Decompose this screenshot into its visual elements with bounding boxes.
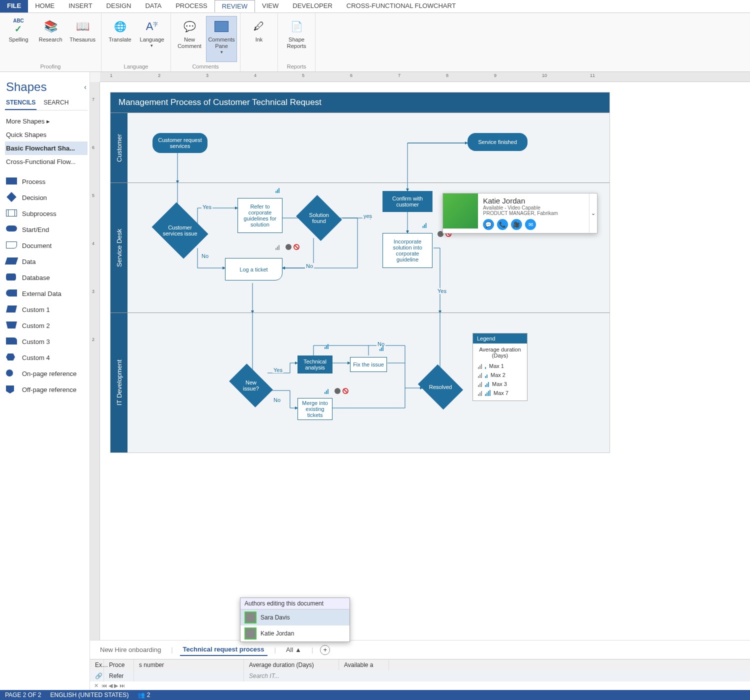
comments-pane-icon (214, 18, 230, 34)
shape-database[interactable]: Database (5, 270, 88, 286)
node-log-ticket[interactable]: Log a ticket (225, 258, 282, 280)
stencil-link[interactable]: Basic Flowchart Sha... (5, 142, 88, 155)
page-tab[interactable]: New Hire onboarding (97, 644, 164, 656)
add-page-button[interactable]: + (320, 645, 330, 655)
node-customer-request[interactable]: Customer request services (152, 133, 208, 153)
status-language[interactable]: ENGLISH (UNITED STATES) (50, 692, 128, 698)
col-header[interactable]: Average duration (Days) (244, 660, 339, 670)
contact-card[interactable]: Katie Jordan Available - Video Capable P… (442, 193, 598, 234)
tab-review[interactable]: REVIEW (214, 0, 255, 12)
shape-custom-2[interactable]: Custom 2 (5, 318, 88, 334)
data-indicator-icon (276, 187, 280, 194)
shape-icon (6, 194, 17, 202)
contact-name: Katie Jordan (483, 196, 584, 205)
avatar (443, 194, 478, 228)
shape-data[interactable]: Data (5, 254, 88, 270)
legend-row: Max 1 (478, 362, 522, 370)
chat-icon[interactable]: 💬 (483, 219, 494, 230)
stencil-link[interactable]: Quick Shapes (5, 128, 88, 142)
cell: Refer (104, 670, 134, 682)
node-incorporate[interactable]: Incorporate solution into corporate guid… (382, 233, 432, 268)
shape-icon (6, 306, 17, 314)
coauthor-blocked-icon (324, 387, 348, 394)
node-service-finished[interactable]: Service finished (468, 133, 528, 151)
comments-pane-button[interactable]: Comments Pane▾ (206, 16, 237, 62)
new-comment-button[interactable]: 💬New Comment (174, 16, 205, 62)
research-button[interactable]: 📚Research (35, 16, 66, 62)
tab-insert[interactable]: INSERT (62, 0, 99, 12)
author-row[interactable]: Sara Davis (240, 610, 350, 626)
contact-status: Available - Video Capable (483, 205, 584, 210)
translate-button[interactable]: 🌐Translate (104, 16, 136, 62)
ink-icon: 🖊 (251, 18, 267, 34)
shape-process[interactable]: Process (5, 174, 88, 190)
stencil-link[interactable]: Cross-Functional Flow... (5, 155, 88, 168)
shape-decision[interactable]: Decision (5, 190, 88, 206)
shape-custom-1[interactable]: Custom 1 (5, 302, 88, 318)
collapse-icon[interactable]: ‹ (84, 83, 86, 91)
shapes-tab-stencils[interactable]: STENCILS (5, 96, 36, 110)
col-header[interactable]: Proce (104, 660, 134, 670)
language-icon: A字 (144, 18, 160, 34)
legend-caption: Average duration (Days) (478, 346, 522, 358)
external-data-grid[interactable]: Ex… Proce s number Average duration (Day… (90, 659, 750, 690)
author-row[interactable]: Katie Jordan (240, 626, 350, 642)
shape-custom-4[interactable]: Custom 4 (5, 350, 88, 366)
node-merge-tickets[interactable]: Merge into existing tickets (298, 398, 332, 420)
lane-it-development: IT Development (110, 313, 128, 452)
mail-icon[interactable]: ✉ (525, 219, 536, 230)
col-header[interactable]: s number (134, 660, 244, 670)
node-solution-found[interactable]: Solution found (302, 203, 336, 233)
canvas[interactable]: Management Process of Customer Technical… (100, 82, 750, 640)
abc-check-icon: ABC✓ (10, 18, 26, 34)
filter-all[interactable]: All ▲ (283, 644, 304, 656)
tab-cross-functional-flowchart[interactable]: CROSS-FUNCTIONAL FLOWCHART (340, 0, 463, 12)
tab-design[interactable]: DESIGN (100, 0, 138, 12)
thesaurus-button[interactable]: 📖Thesaurus (67, 16, 98, 62)
language-button[interactable]: A字Language▾ (136, 16, 168, 62)
shape-subprocess[interactable]: Subprocess (5, 206, 88, 222)
tab-home[interactable]: HOME (28, 0, 62, 12)
ruler-horizontal: 1234567891011 (100, 72, 750, 82)
edge-no: No (200, 253, 210, 259)
node-new-issue[interactable]: New issue? (232, 373, 270, 398)
chevron-down-icon[interactable]: ⌄ (589, 194, 597, 233)
tab-file[interactable]: FILE (0, 0, 28, 12)
tab-view[interactable]: VIEW (255, 0, 286, 12)
status-page[interactable]: PAGE 2 OF 2 (5, 692, 41, 698)
shape-document[interactable]: Document (5, 238, 88, 254)
node-fix-issue[interactable]: Fix the issue (350, 357, 387, 372)
node-resolved[interactable]: Resolved (422, 373, 458, 401)
expand-cell[interactable]: Ex… (90, 660, 104, 670)
call-icon[interactable]: 📞 (497, 219, 508, 230)
node-refer-guidelines[interactable]: Refer to corporate guidelines for soluti… (238, 198, 282, 233)
shape-start-end[interactable]: Start/End (5, 222, 88, 238)
page-tab-active[interactable]: Technical request process (180, 644, 268, 656)
ruler-vertical: 765432 (90, 82, 100, 640)
video-icon[interactable]: 🎥 (511, 219, 522, 230)
shapes-tab-search[interactable]: SEARCH (42, 96, 70, 110)
search-placeholder[interactable]: Search IT... (244, 670, 750, 682)
stencil-link[interactable]: More Shapes ▸ (5, 114, 88, 128)
node-confirm-customer[interactable]: Confirm with customer (382, 191, 432, 212)
coauthor-icon[interactable]: 👥 2 (138, 692, 150, 698)
tab-developer[interactable]: DEVELOPER (286, 0, 339, 12)
magnifier-book-icon: 📚 (42, 18, 58, 34)
shape-off-page-reference[interactable]: Off-page reference (5, 382, 88, 398)
shape-reports-button[interactable]: 📄Shape Reports (281, 16, 312, 62)
tab-process[interactable]: PROCESS (168, 0, 214, 12)
group-label: Language (124, 64, 148, 70)
col-header[interactable]: Available a (339, 660, 389, 670)
shape-on-page-reference[interactable]: On-page reference (5, 366, 88, 382)
shape-icon (6, 226, 17, 234)
spelling-button[interactable]: ABC✓Spelling (3, 16, 34, 62)
tab-data[interactable]: DATA (138, 0, 168, 12)
shape-icon (6, 386, 17, 394)
shape-external-data[interactable]: External Data (5, 286, 88, 302)
ink-button[interactable]: 🖊Ink (244, 16, 274, 62)
node-customer-issue[interactable]: Customer services issue (158, 213, 202, 248)
flowchart[interactable]: Management Process of Customer Technical… (110, 92, 610, 453)
lane-customer: Customer (110, 113, 128, 182)
shape-custom-3[interactable]: Custom 3 (5, 334, 88, 350)
node-technical-analysis[interactable]: Technical analysis (298, 356, 332, 374)
